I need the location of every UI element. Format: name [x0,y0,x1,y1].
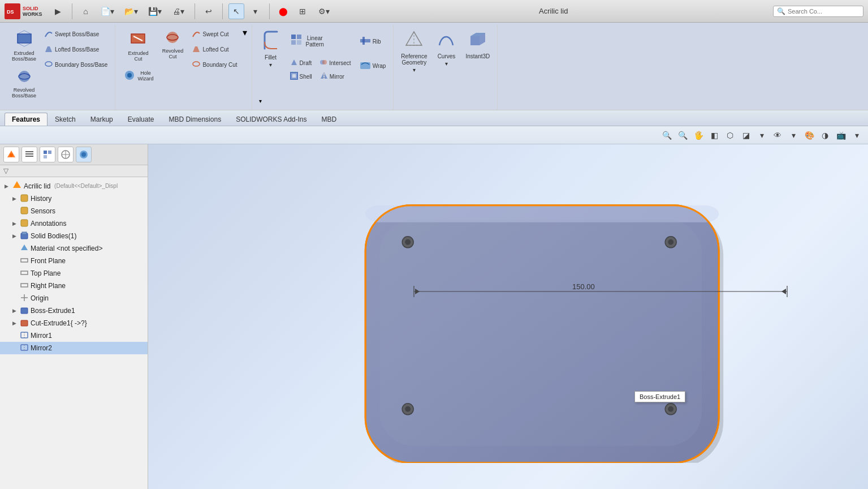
svg-marker-70 [415,289,420,294]
ref-geo-expand[interactable]: ▾ [413,67,416,73]
undo-btn[interactable]: ↩ [201,3,217,19]
swept-cut-btn[interactable]: Swept Cut [189,27,240,41]
search-box[interactable]: 🔍 [773,6,863,17]
cut-expand-btn[interactable]: ▾ [243,27,247,38]
tree-item-solid-bodies[interactable]: ▶ Solid Bodies(1) [0,230,148,242]
open-btn[interactable]: 📂▾ [121,3,141,19]
grid-btn[interactable]: ⊞ [295,3,310,19]
revolved-cut-btn[interactable]: RevolvedCut [158,27,187,62]
features-expand-btn[interactable]: ▾ [259,98,262,104]
rib-btn[interactable]: Rib [356,27,389,55]
hide-show-arrow[interactable]: ▾ [787,128,800,142]
boundary-boss-btn[interactable]: Boundary Boss/Base [41,58,110,72]
fillet-btn[interactable]: Fillet ▾ [257,27,285,89]
display-arrow[interactable]: ▾ [850,128,863,142]
select-arrow-btn[interactable]: ▾ [248,3,264,19]
tree-item-material[interactable]: Material <not specified> [0,242,148,255]
display-btn[interactable]: 📺 [834,128,848,142]
configuration-manager-tab[interactable] [40,147,55,162]
tab-sw-addins[interactable]: SOLIDWORKS Add-Ins [228,113,314,126]
document-title: Acrilic lid [338,7,770,15]
svg-point-48 [81,152,86,157]
tab-evaluate[interactable]: Evaluate [120,113,162,126]
scene-btn[interactable]: ◑ [818,128,832,142]
revolved-boss-icon [16,68,32,87]
tab-mbd-dimensions[interactable]: MBD Dimensions [161,113,228,126]
svg-rect-42 [48,151,51,154]
search-input[interactable] [788,8,856,15]
feature-manager-tab[interactable] [3,147,19,162]
hole-wizard-btn[interactable]: HoleWizard [120,66,156,87]
front-plane-icon [20,256,28,266]
lofted-boss-btn[interactable]: Lofted Boss/Base [41,42,110,57]
tab-features[interactable]: Features [5,113,47,126]
viewport[interactable]: 150.00 [148,144,868,489]
tree-item-front-plane[interactable]: Front Plane [0,255,148,267]
tree-item-mirror2[interactable]: Mirror2 [0,342,148,354]
boundary-cut-btn[interactable]: Boundary Cut [189,58,240,72]
swept-boss-btn[interactable]: Swept Boss/Base [41,27,110,41]
tab-sketch[interactable]: Sketch [47,113,83,126]
instant3d-btn[interactable]: Instant3D [463,27,493,89]
display-style-btn[interactable]: ⬡ [723,128,737,142]
save-btn[interactable]: 💾▾ [145,3,165,19]
display-manager-tab[interactable] [76,147,92,162]
view-settings-btn[interactable]: ▾ [755,128,768,142]
appearance-btn[interactable]: 🎨 [802,128,816,142]
tab-mbd[interactable]: MBD [314,113,344,126]
tab-markup[interactable]: Markup [83,113,120,126]
tree-item-mirror1[interactable]: Mirror1 [0,329,148,342]
tree-item-history[interactable]: ▶ History [0,192,148,205]
tree-root[interactable]: ▶ Acrilic lid (Default<<Default>_Displ [0,179,148,192]
pan-btn[interactable]: 🖐 [692,128,705,142]
zoom-in-btn[interactable]: 🔍 [660,128,673,142]
curves-btn[interactable]: Curves ▾ [432,27,460,89]
tree-item-top-plane[interactable]: Top Plane [0,267,148,280]
revolved-boss-btn[interactable]: RevolvedBoss/Base [9,66,39,101]
svg-rect-2 [18,34,31,43]
feature-tree[interactable]: ▶ Acrilic lid (Default<<Default>_Displ ▶… [0,177,148,489]
swept-cut-icon [192,29,201,40]
intersect-btn[interactable]: Intersect [317,57,353,69]
tree-item-annotations[interactable]: ▶ Annotations [0,217,148,230]
select-btn[interactable]: ↖ [228,3,244,19]
tree-item-sensors[interactable]: Sensors [0,205,148,217]
section-view-btn[interactable]: ◪ [739,128,753,142]
settings-btn[interactable]: ⚙▾ [314,3,334,19]
tree-item-origin[interactable]: Origin [0,292,148,304]
svg-rect-54 [22,232,27,234]
filter-bar: ▽ [0,165,148,177]
property-manager-tab[interactable] [21,147,37,162]
stop-btn[interactable]: ⬤ [275,3,291,19]
extruded-cut-btn[interactable]: ExtrudedCut [124,27,152,65]
wrap-btn[interactable]: Wrap [356,57,389,75]
boundary-cut-label: Boundary Cut [202,62,237,68]
instant3d-icon [468,29,487,52]
root-suffix: (Default<<Default>_Displ [53,183,118,189]
linear-pattern-icon [290,33,305,49]
tree-item-boss-extrude1[interactable]: ▶ Boss-Extrude1 [0,304,148,317]
mirror-btn[interactable]: Mirror [317,70,347,83]
svg-rect-16 [291,35,296,39]
solidworks-logo: DS SOLID WORKS [5,3,47,19]
dimension-xpert-tab[interactable] [58,147,74,162]
home-btn[interactable]: ⌂ [78,3,94,19]
hide-show-btn[interactable]: 👁 [771,128,784,142]
tree-item-right-plane[interactable]: Right Plane [0,280,148,292]
new-btn[interactable]: 📄▾ [97,3,118,19]
lofted-cut-btn[interactable]: Lofted Cut [189,42,240,57]
annotations-label: Annotations [31,220,66,228]
print-btn[interactable]: 🖨▾ [169,3,189,19]
tree-item-cut-extrude1[interactable]: ▶ Cut-Extrude1{ ->?} [0,317,148,329]
draft-btn[interactable]: Draft [287,57,315,69]
curves-expand[interactable]: ▾ [445,61,448,67]
extruded-boss-btn[interactable]: ExtrudedBoss/Base [9,27,39,65]
fillet-expand[interactable]: ▾ [269,62,272,68]
reference-geometry-btn[interactable]: ReferenceGeometry ▾ [398,27,430,89]
revolved-cut-icon [165,29,180,48]
linear-pattern-btn[interactable]: LinearPattern [287,27,332,55]
zoom-btn2[interactable]: 🔍 [676,128,689,142]
view-orientation-btn[interactable]: ◧ [707,128,721,142]
menu-arrow-btn[interactable]: ▶ [50,3,66,19]
shell-btn[interactable]: Shell [287,70,315,83]
